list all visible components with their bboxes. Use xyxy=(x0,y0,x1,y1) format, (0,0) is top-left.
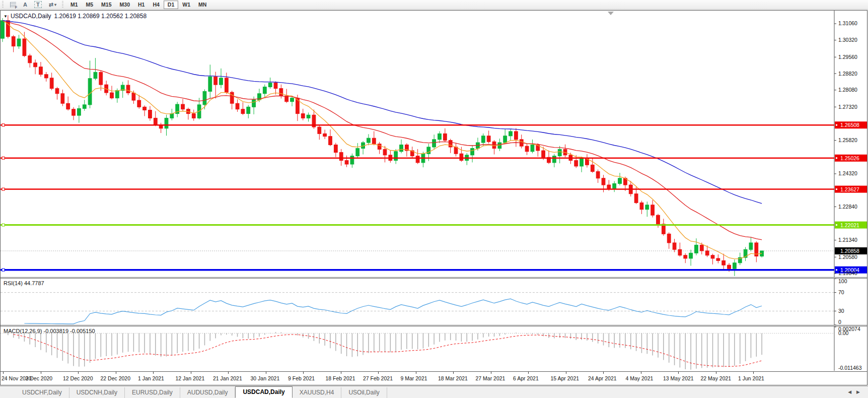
timeframe-button-m15[interactable]: M15 xyxy=(97,1,115,9)
hline-anchor[interactable] xyxy=(2,124,5,126)
tab-audusd[interactable]: AUDUSD,Daily xyxy=(180,387,236,398)
timeframe-button-m5[interactable]: M5 xyxy=(82,1,98,9)
candle-body xyxy=(318,127,321,134)
rsi-indicator-pane[interactable]: RSI(14) 44.7787 10070300 xyxy=(1,279,867,325)
toolbar-grip[interactable] xyxy=(2,1,5,8)
candle-body xyxy=(279,89,283,96)
rsi-chart[interactable]: 10070300 xyxy=(1,279,867,325)
tab-usdcnh[interactable]: USDCNH,Daily xyxy=(69,387,125,398)
candle-body xyxy=(733,263,737,269)
candle-body xyxy=(416,156,419,163)
candle-body xyxy=(722,260,726,265)
date-tick xyxy=(153,372,154,374)
hline-1.26508[interactable]: 1.26508 xyxy=(1,121,867,128)
candle-body xyxy=(274,83,277,89)
timeframe-button-h1[interactable]: H1 xyxy=(134,1,149,9)
candle-body xyxy=(749,243,753,249)
candle-body xyxy=(214,77,218,85)
candle-body xyxy=(12,37,15,46)
date-tick xyxy=(678,372,679,374)
axis-label: 70 xyxy=(838,289,844,295)
letter-a-icon: A xyxy=(23,2,27,8)
candle-body xyxy=(728,265,731,269)
axis-label: 30 xyxy=(838,308,844,314)
candlestick-chart[interactable]: 1.265081.250261.236271.220211.200041.310… xyxy=(1,11,867,277)
date-label: 1 Jun 2021 xyxy=(738,375,764,381)
tab-usdcad[interactable]: USDCAD,Daily xyxy=(235,386,292,398)
candle-body xyxy=(684,255,687,258)
candle-body xyxy=(110,93,114,98)
trading-terminal-window: { "toolbar": { "a_tool_label": "A", "t_t… xyxy=(0,0,868,398)
objects-tool-button[interactable]: ⇄ ▾ xyxy=(46,1,59,9)
top-toolbar: F A T ⇄ ▾ M1M5M15M30H1H4D1W1MN xyxy=(0,0,868,10)
hline-anchor[interactable] xyxy=(2,157,5,159)
tab-eurusd[interactable]: EURUSD,Daily xyxy=(125,387,180,398)
candle-body xyxy=(78,108,81,115)
date-tick xyxy=(41,372,41,374)
timeframe-button-w1[interactable]: W1 xyxy=(178,1,194,9)
hline-1.23627[interactable]: 1.23627 xyxy=(1,186,867,193)
candle-body xyxy=(640,203,643,209)
candle-body xyxy=(591,165,594,171)
timeframe-button-d1[interactable]: D1 xyxy=(164,1,178,9)
indicator-grid-button[interactable]: F xyxy=(7,1,19,9)
hline-1.20004[interactable]: 1.20004 xyxy=(1,267,867,274)
text-tool-icon: T xyxy=(34,1,42,8)
macd-chart[interactable]: 0.0020740.00-0.011463 xyxy=(1,326,867,371)
candle-body xyxy=(705,251,709,255)
candle-body xyxy=(492,142,496,148)
timeframe-button-h4[interactable]: H4 xyxy=(149,1,163,9)
hline-anchor[interactable] xyxy=(2,224,5,226)
tab-usoil[interactable]: USOil,Daily xyxy=(341,387,387,398)
candle-body xyxy=(552,156,556,163)
hline-anchor[interactable] xyxy=(2,269,5,271)
rsi-line xyxy=(24,299,762,324)
tab-scroll-right-icon[interactable]: ▶ xyxy=(856,389,865,394)
date-label: 1 Jan 2021 xyxy=(138,375,164,381)
axis-label: 1.20858 xyxy=(840,248,859,254)
triangle-collapse-icon[interactable]: ▼ xyxy=(4,14,8,19)
candle-body xyxy=(525,146,529,152)
candle-body xyxy=(263,87,266,94)
price-badge-label: 1.23627 xyxy=(840,186,859,192)
date-tick xyxy=(716,372,716,374)
arrow-tool-button[interactable]: A xyxy=(20,1,30,9)
hline-1.25026[interactable]: 1.25026 xyxy=(1,155,867,162)
chart-shift-marker-icon[interactable] xyxy=(608,12,614,15)
candle-body xyxy=(438,134,442,139)
candle-body xyxy=(149,110,152,118)
timeframe-button-mn[interactable]: MN xyxy=(194,1,210,9)
date-label: 9 Feb 2021 xyxy=(288,375,315,381)
timeframe-button-m30[interactable]: M30 xyxy=(116,1,134,9)
date-label: 6 Apr 2021 xyxy=(513,375,539,381)
candle-body xyxy=(345,160,348,164)
tab-usdchf[interactable]: USDCHF,Daily xyxy=(15,387,69,398)
hline-anchor[interactable] xyxy=(2,188,5,190)
date-tick xyxy=(528,372,529,374)
hline-1.22021[interactable]: 1.22021 xyxy=(1,222,867,229)
axis-label: 1.21340 xyxy=(838,237,857,243)
axis-label: 100 xyxy=(838,279,847,284)
candle-body xyxy=(23,39,26,56)
price-badge-label: 1.25026 xyxy=(840,155,859,161)
tab-scroll-left-icon[interactable]: ◀ xyxy=(848,389,856,394)
date-tick xyxy=(78,372,79,374)
candle-body xyxy=(94,72,97,78)
axis-label: 1.25820 xyxy=(838,137,857,143)
timeframe-button-m1[interactable]: M1 xyxy=(66,1,82,9)
candle-body xyxy=(509,131,513,136)
date-axis[interactable]: 24 Nov 20203 Dec 202012 Dec 202022 Dec 2… xyxy=(1,371,867,385)
date-label: 22 Dec 2020 xyxy=(101,375,131,381)
price-chart-pane[interactable]: ▼ USDCAD,Daily 1.20619 1.20869 1.20562 1… xyxy=(1,11,867,277)
price-badge-label: 1.22021 xyxy=(840,222,859,228)
axis-label: 1.28080 xyxy=(838,87,857,93)
date-tick xyxy=(453,372,454,374)
macd-indicator-pane[interactable]: MACD(12,26,9) -0.003819 -0.005150 0.0020… xyxy=(1,326,867,371)
date-tick xyxy=(191,372,191,374)
text-tool-button[interactable]: T xyxy=(31,1,45,9)
tab-xauusd[interactable]: XAUUSD,H4 xyxy=(293,387,342,398)
candle-body xyxy=(716,258,720,260)
toolbar-grip[interactable] xyxy=(61,1,65,8)
candle-body xyxy=(50,78,53,89)
macd-histogram xyxy=(8,332,762,370)
